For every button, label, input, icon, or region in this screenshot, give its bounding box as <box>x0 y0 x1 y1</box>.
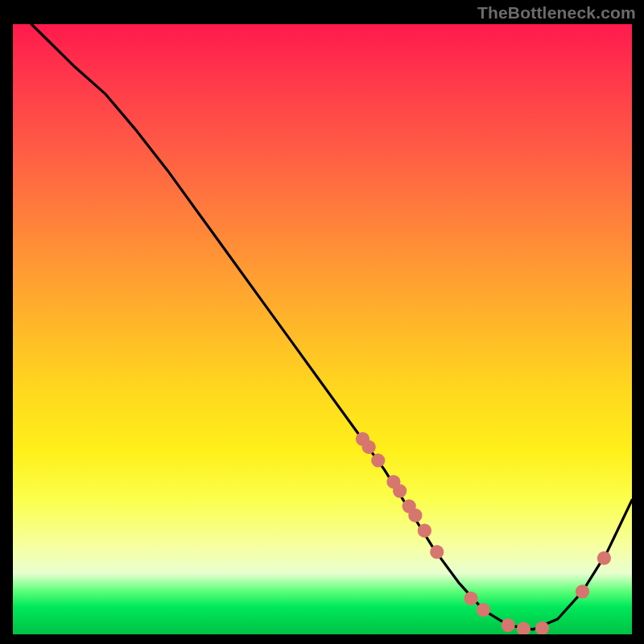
sample-point <box>576 584 589 598</box>
sample-point <box>535 621 549 634</box>
sample-point <box>362 440 376 454</box>
sample-points <box>13 24 632 634</box>
sample-point <box>393 484 407 497</box>
sample-point <box>430 545 444 559</box>
sample-point <box>477 603 490 617</box>
sample-point <box>418 524 431 538</box>
watermark-text: TheBottleneck.com <box>477 3 636 23</box>
sample-point <box>597 551 611 565</box>
sample-point <box>408 509 422 522</box>
chart-stage: TheBottleneck.com <box>0 0 644 644</box>
sample-point <box>464 592 477 605</box>
plot-area <box>13 24 632 634</box>
sample-point <box>371 453 385 467</box>
sample-point <box>517 622 530 634</box>
sample-point <box>502 618 515 632</box>
